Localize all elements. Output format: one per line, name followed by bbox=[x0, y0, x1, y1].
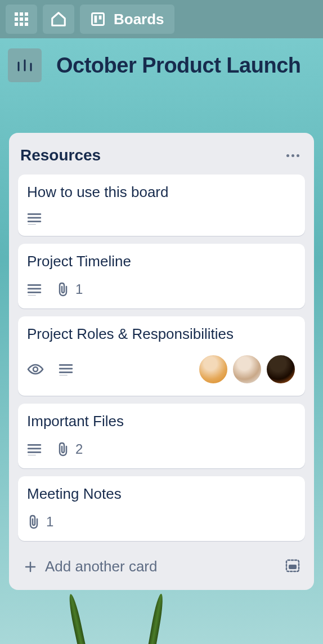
card-footer bbox=[27, 354, 296, 384]
avatar[interactable] bbox=[198, 354, 228, 384]
home-button[interactable] bbox=[43, 5, 74, 34]
attachment-icon bbox=[56, 282, 70, 297]
card-title: Project Timeline bbox=[27, 253, 296, 270]
apps-button[interactable] bbox=[6, 5, 37, 34]
description-badge bbox=[27, 283, 42, 296]
board-header: October Product Launch bbox=[0, 38, 323, 92]
description-badge bbox=[27, 212, 42, 225]
boards-label: Boards bbox=[114, 11, 164, 28]
attachment-count: 1 bbox=[75, 281, 83, 297]
svg-rect-2 bbox=[99, 16, 102, 20]
svg-rect-26 bbox=[289, 565, 297, 569]
svg-rect-0 bbox=[92, 14, 104, 25]
watch-badge bbox=[27, 363, 44, 375]
card-title: Project Roles & Responsibilities bbox=[27, 325, 296, 343]
description-icon bbox=[27, 443, 42, 455]
home-icon bbox=[50, 11, 67, 28]
add-card-label: Add another card bbox=[45, 558, 157, 575]
card[interactable]: Project Roles & Responsibilities bbox=[18, 316, 305, 396]
attachment-icon bbox=[27, 515, 41, 529]
svg-rect-1 bbox=[95, 16, 97, 23]
board-columns-icon bbox=[16, 59, 33, 71]
attachment-badge: 1 bbox=[56, 281, 83, 297]
card-footer bbox=[27, 212, 296, 225]
plus-icon bbox=[24, 560, 37, 574]
template-icon bbox=[285, 558, 300, 573]
attachment-count: 2 bbox=[75, 441, 83, 457]
card[interactable]: Project Timeline 1 bbox=[18, 244, 305, 308]
card-members bbox=[195, 354, 296, 384]
attachment-count: 1 bbox=[46, 514, 53, 530]
list-menu-button[interactable] bbox=[283, 151, 303, 160]
description-icon bbox=[27, 283, 42, 296]
list-header: Resources bbox=[18, 142, 305, 175]
board-title[interactable]: October Product Launch bbox=[56, 53, 300, 78]
avatar[interactable] bbox=[266, 354, 296, 384]
list-resources: Resources How to use this board bbox=[9, 133, 314, 590]
attachment-badge: 2 bbox=[56, 441, 83, 457]
card-footer: 1 bbox=[27, 281, 296, 297]
card-title: Important Files bbox=[27, 413, 296, 430]
list-footer: Add another card bbox=[18, 549, 305, 581]
svg-point-14 bbox=[33, 367, 38, 372]
attachment-badge: 1 bbox=[27, 514, 53, 530]
card-footer: 2 bbox=[27, 441, 296, 457]
card-title: How to use this board bbox=[27, 184, 296, 201]
description-icon bbox=[27, 212, 42, 225]
card[interactable]: Important Files 2 bbox=[18, 404, 305, 468]
card-footer: 1 bbox=[27, 514, 296, 530]
description-icon bbox=[59, 363, 73, 375]
trello-icon bbox=[90, 11, 106, 27]
card-badges: 2 bbox=[27, 441, 83, 457]
boards-button[interactable]: Boards bbox=[80, 5, 174, 34]
card-badges: 1 bbox=[27, 514, 53, 530]
eye-icon bbox=[27, 363, 44, 375]
card[interactable]: Meeting Notes 1 bbox=[18, 476, 305, 541]
description-badge bbox=[59, 363, 73, 375]
card-badges bbox=[27, 212, 42, 225]
add-card-button[interactable]: Add another card bbox=[20, 554, 160, 579]
card-template-button[interactable] bbox=[282, 556, 303, 578]
top-nav: Boards bbox=[0, 0, 323, 38]
dots-icon bbox=[286, 154, 289, 157]
board-view-button[interactable] bbox=[8, 48, 42, 82]
card[interactable]: How to use this board bbox=[18, 175, 305, 236]
card-badges: 1 bbox=[27, 281, 83, 297]
background-decoration bbox=[73, 599, 186, 644]
card-badges bbox=[27, 363, 73, 375]
avatar[interactable] bbox=[232, 354, 262, 384]
card-title: Meeting Notes bbox=[27, 485, 296, 503]
attachment-icon bbox=[56, 442, 70, 457]
apps-icon bbox=[15, 12, 28, 26]
list-title[interactable]: Resources bbox=[20, 146, 101, 164]
description-badge bbox=[27, 443, 42, 455]
